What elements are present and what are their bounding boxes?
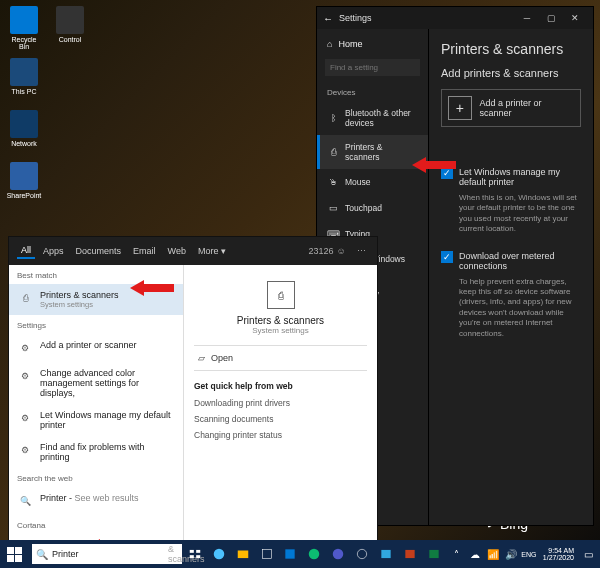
taskbar-app-icon[interactable] [256, 543, 278, 565]
back-icon[interactable]: ← [323, 13, 333, 24]
search-results-list: Best match ⎙ Printers & scannersSystem s… [9, 265, 184, 562]
taskbar-search[interactable]: 🔍 & scanners [32, 544, 182, 564]
taskbar-app-icon[interactable] [351, 543, 373, 565]
tray-lang-icon[interactable]: ENG [521, 543, 537, 565]
result-web-printer[interactable]: 🔍Printer - See web results [9, 487, 183, 515]
help-link[interactable]: Scanning documents [194, 411, 273, 427]
maximize-button[interactable]: ▢ [539, 7, 563, 29]
search-tabs: All Apps Documents Email Web More ▾ 2312… [9, 237, 377, 265]
gear-icon: ⚙ [17, 410, 33, 426]
plus-icon: + [448, 96, 472, 120]
tab-web[interactable]: Web [164, 244, 190, 258]
gear-icon: ⚙ [17, 442, 33, 458]
svg-rect-3 [190, 550, 194, 553]
desktop-icon[interactable]: SharePoint [6, 162, 42, 199]
tray-volume-icon[interactable]: 🔊 [503, 543, 519, 565]
taskbar-app-icon[interactable] [375, 543, 397, 565]
settings-content: Printers & scanners Add printers & scann… [429, 29, 593, 525]
taskbar-app-icon[interactable] [423, 543, 445, 565]
desktop-icon[interactable]: Recycle Bin [6, 6, 42, 50]
taskbar: 🔍 & scanners ˄ ☁ 📶 🔊 ENG 9:54 AM 1/27/20… [0, 540, 600, 568]
settings-titlebar[interactable]: ← Settings ─ ▢ ✕ [317, 7, 593, 29]
home-icon: ⌂ [327, 39, 332, 49]
taskbar-app-icon[interactable] [232, 543, 254, 565]
svg-rect-10 [286, 549, 295, 558]
svg-rect-16 [429, 550, 438, 558]
help-link[interactable]: Downloading print drivers [194, 395, 290, 411]
printer-icon: ⎙ [327, 146, 339, 158]
taskbar-app-icon[interactable] [327, 543, 349, 565]
gear-icon: ⚙ [17, 368, 33, 384]
search-icon: 🔍 [36, 549, 48, 560]
printer-icon: ⎙ [267, 281, 295, 309]
nav-search[interactable] [325, 59, 420, 76]
cortana-heading: Cortana [9, 515, 183, 534]
desktop-icon[interactable]: Network [6, 110, 42, 147]
taskbar-clock[interactable]: 9:54 AM 1/27/2020 [539, 547, 578, 561]
detail-title: Printers & scanners [237, 315, 324, 326]
taskbar-app-icon[interactable] [303, 543, 325, 565]
search-detail-pane: ⎙ Printers & scanners System settings ▱ … [184, 265, 377, 562]
start-search-flyout: All Apps Documents Email Web More ▾ 2312… [8, 236, 378, 540]
touchpad-icon: ▭ [327, 202, 339, 214]
feedback-icon[interactable]: ☺ [333, 243, 349, 259]
result-best-match[interactable]: ⎙ Printers & scannersSystem settings [9, 284, 183, 315]
taskbar-app-icon[interactable] [399, 543, 421, 565]
nav-heading-devices: Devices [317, 80, 428, 101]
default-printer-desc: When this is on, Windows will set your d… [459, 193, 581, 235]
desktop-icon[interactable]: This PC [6, 58, 42, 95]
desktop-icon[interactable]: Control [52, 6, 88, 43]
nav-item-bluetooth[interactable]: ᛒBluetooth & other devices [317, 101, 428, 135]
start-button[interactable] [4, 541, 30, 567]
tab-all[interactable]: All [17, 243, 35, 259]
svg-rect-4 [196, 550, 200, 553]
task-view-icon[interactable] [184, 543, 206, 565]
printer-icon: ⎙ [17, 290, 33, 306]
web-heading: Search the web [9, 468, 183, 487]
minimize-button[interactable]: ─ [515, 7, 539, 29]
add-heading: Add printers & scanners [441, 67, 581, 79]
checkbox-checked-icon: ✓ [441, 251, 453, 263]
open-icon: ▱ [198, 353, 205, 363]
bluetooth-icon: ᛒ [327, 112, 339, 124]
taskbar-search-input[interactable] [52, 549, 164, 559]
svg-point-13 [358, 549, 367, 558]
open-button[interactable]: ▱ Open [194, 345, 367, 371]
add-printer-button[interactable]: + Add a printer or scanner [441, 89, 581, 127]
nav-item-mouse[interactable]: 🖱Mouse [317, 169, 428, 195]
svg-point-11 [309, 549, 320, 560]
svg-rect-14 [381, 550, 390, 558]
taskbar-app-icon[interactable] [280, 543, 302, 565]
result-color-mgmt[interactable]: ⚙Change advanced color management settin… [9, 362, 183, 404]
settings-search-input[interactable] [325, 59, 420, 76]
tray-onedrive-icon[interactable]: ☁ [467, 543, 483, 565]
action-center-icon[interactable]: ▭ [580, 543, 596, 565]
svg-rect-9 [262, 549, 271, 558]
svg-rect-5 [190, 555, 194, 558]
tray-network-icon[interactable]: 📶 [485, 543, 501, 565]
svg-point-7 [214, 549, 225, 560]
tab-documents[interactable]: Documents [72, 244, 126, 258]
default-printer-checkbox[interactable]: ✓ Let Windows manage my default printer [441, 167, 581, 187]
metered-checkbox[interactable]: ✓ Download over metered connections [441, 251, 581, 271]
result-add-printer[interactable]: ⚙Add a printer or scanner [9, 334, 183, 362]
tab-more[interactable]: More ▾ [194, 244, 230, 258]
settings-heading: Settings [9, 315, 183, 334]
options-icon[interactable]: ⋯ [353, 243, 369, 259]
svg-rect-6 [196, 555, 200, 558]
top-id: 23126 [313, 243, 329, 259]
help-link[interactable]: Changing printer status [194, 427, 282, 443]
tab-email[interactable]: Email [129, 244, 160, 258]
nav-item-printers[interactable]: ⎙Printers & scanners [317, 135, 428, 169]
nav-item-touchpad[interactable]: ▭Touchpad [317, 195, 428, 221]
best-match-heading: Best match [9, 265, 183, 284]
window-title: Settings [339, 13, 372, 23]
tray-chevron-icon[interactable]: ˄ [449, 543, 465, 565]
help-heading: Get quick help from web [194, 381, 293, 391]
nav-home[interactable]: ⌂ Home [317, 33, 428, 55]
close-button[interactable]: ✕ [563, 7, 587, 29]
result-troubleshoot[interactable]: ⚙Find and fix problems with printing [9, 436, 183, 468]
tab-apps[interactable]: Apps [39, 244, 68, 258]
taskbar-app-icon[interactable] [208, 543, 230, 565]
result-default-printer[interactable]: ⚙Let Windows manage my default printer [9, 404, 183, 436]
